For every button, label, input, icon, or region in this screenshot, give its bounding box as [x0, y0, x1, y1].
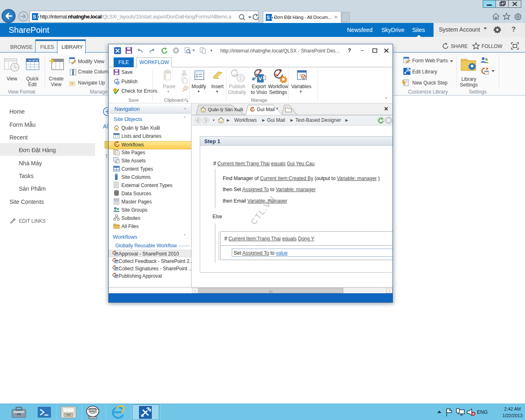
svg-text:S: S: [33, 14, 36, 20]
svg-text:V: V: [258, 75, 262, 82]
svg-text:!: !: [114, 89, 116, 92]
svg-text:S: S: [267, 15, 270, 21]
